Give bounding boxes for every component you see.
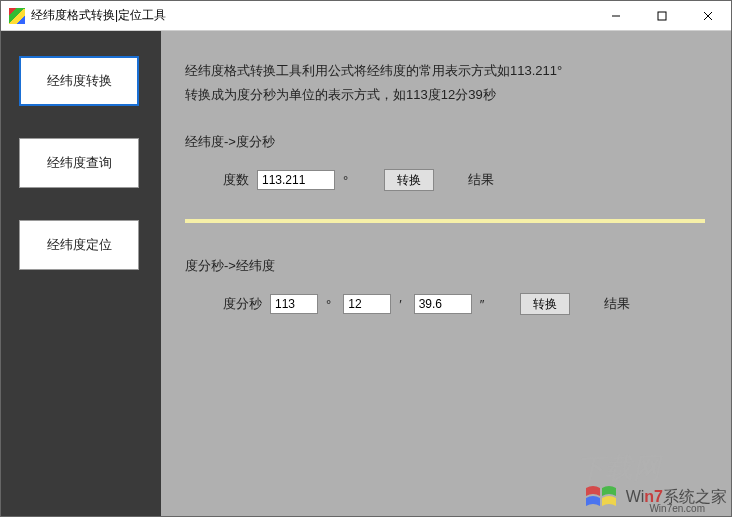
sidebar-item-label: 经纬度查询 bbox=[47, 154, 112, 172]
window-title: 经纬度格式转换|定位工具 bbox=[31, 7, 593, 24]
window-controls bbox=[593, 1, 731, 30]
sidebar: 经纬度转换 经纬度查询 经纬度定位 bbox=[1, 31, 161, 516]
degree-label: 度数 bbox=[223, 171, 249, 189]
title-bar: 经纬度格式转换|定位工具 bbox=[1, 1, 731, 31]
sidebar-item-convert[interactable]: 经纬度转换 bbox=[19, 56, 139, 106]
section2-row: 度分秒 ° ′ ″ 转换 结果 bbox=[223, 293, 707, 315]
dms-degree-input[interactable] bbox=[270, 294, 318, 314]
dms-degree-unit: ° bbox=[326, 297, 331, 312]
sidebar-item-locate[interactable]: 经纬度定位 bbox=[19, 220, 139, 270]
dms-second-unit: ″ bbox=[480, 297, 485, 312]
description-line-2: 转换成为度分秒为单位的表示方式，如113度12分39秒 bbox=[185, 83, 707, 107]
svg-rect-1 bbox=[658, 12, 666, 20]
degree-unit: ° bbox=[343, 173, 348, 188]
section1-title: 经纬度->度分秒 bbox=[185, 133, 707, 151]
degree-input[interactable] bbox=[257, 170, 335, 190]
section2-title: 度分秒->经纬度 bbox=[185, 257, 707, 275]
dms-second-input[interactable] bbox=[414, 294, 472, 314]
sidebar-item-label: 经纬度转换 bbox=[47, 72, 112, 90]
watermark-bg: 下载网 bbox=[576, 449, 661, 490]
section-divider bbox=[185, 219, 705, 223]
dms-minute-input[interactable] bbox=[343, 294, 391, 314]
result-label-2: 结果 bbox=[604, 295, 630, 313]
main-panel: 经纬度格式转换工具利用公式将经纬度的常用表示方式如113.211° 转换成为度分… bbox=[161, 31, 731, 516]
close-button[interactable] bbox=[685, 1, 731, 30]
watermark-sub: Win7en.com bbox=[649, 503, 705, 514]
description-line-1: 经纬度格式转换工具利用公式将经纬度的常用表示方式如113.211° bbox=[185, 59, 707, 83]
sidebar-item-label: 经纬度定位 bbox=[47, 236, 112, 254]
dms-label: 度分秒 bbox=[223, 295, 262, 313]
app-icon bbox=[9, 8, 25, 24]
minimize-button[interactable] bbox=[593, 1, 639, 30]
result-label-1: 结果 bbox=[468, 171, 494, 189]
convert-button-1[interactable]: 转换 bbox=[384, 169, 434, 191]
section1-row: 度数 ° 转换 结果 bbox=[223, 169, 707, 191]
convert-button-2[interactable]: 转换 bbox=[520, 293, 570, 315]
maximize-button[interactable] bbox=[639, 1, 685, 30]
dms-minute-unit: ′ bbox=[399, 297, 401, 312]
windows-flag-icon bbox=[584, 482, 620, 512]
sidebar-item-query[interactable]: 经纬度查询 bbox=[19, 138, 139, 188]
